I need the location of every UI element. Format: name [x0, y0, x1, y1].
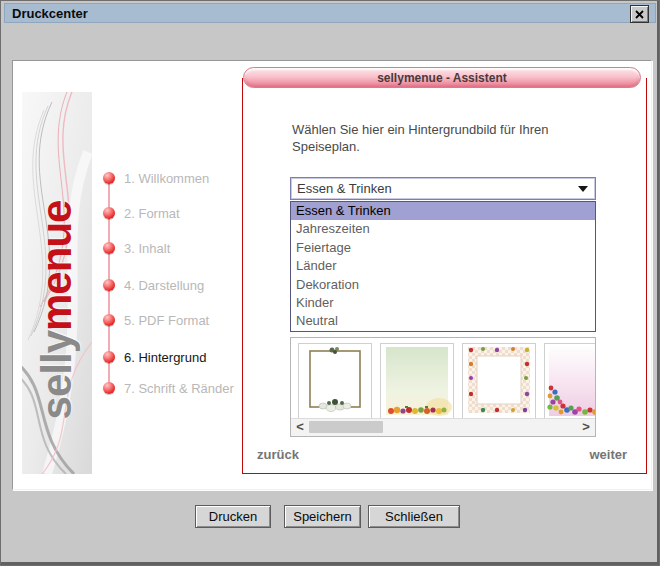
close-button[interactable]: [630, 5, 649, 23]
step-schrift-raender[interactable]: 7. Schrift & Ränder: [103, 380, 234, 396]
step-label: 3. Inhalt: [124, 241, 170, 256]
dropdown-option-jahreszeiten[interactable]: Jahreszeiten: [291, 220, 595, 238]
thumbnail-strip: [291, 338, 595, 425]
step-label: 7. Schrift & Ränder: [124, 381, 234, 396]
step-inhalt[interactable]: 3. Inhalt: [103, 240, 170, 256]
logo-text-red: menue: [33, 200, 80, 330]
logo-panel: sellymenue: [22, 92, 92, 474]
step-bullet-icon: [103, 279, 115, 291]
speichern-button[interactable]: Speichern: [284, 505, 361, 528]
dropdown-option-kinder[interactable]: Kinder: [291, 294, 595, 312]
close-icon: [635, 10, 644, 19]
thumbnail-strip-box: < >: [290, 337, 596, 437]
dropdown-option-neutral[interactable]: Neutral: [291, 312, 595, 330]
dropdown-selected-value: Essen & Trinken: [291, 181, 578, 196]
step-bullet-icon: [103, 314, 115, 326]
logo-text: sellymenue: [33, 200, 81, 419]
step-format[interactable]: 2. Format: [103, 205, 180, 221]
step-bullet-icon: [103, 242, 115, 254]
dropdown-option-feiertage[interactable]: Feiertage: [291, 239, 595, 257]
window-title: Druckcenter: [5, 6, 88, 21]
step-bullet-icon: [103, 172, 115, 184]
thumbnail-green-gradient-fruits[interactable]: [380, 343, 454, 419]
step-hintergrund[interactable]: 6. Hintergrund: [103, 349, 206, 365]
step-bullet-icon: [103, 351, 115, 363]
druckcenter-window: Druckcenter sellymenue - Assistent: [0, 0, 660, 566]
chevron-left-icon: <: [296, 419, 304, 434]
scroll-right-button[interactable]: >: [579, 419, 593, 435]
titlebar[interactable]: Druckcenter: [4, 3, 656, 23]
scroll-left-button[interactable]: <: [293, 419, 307, 435]
instruction-text: Wählen Sie hier ein Hintergrundbild für …: [292, 121, 592, 155]
step-label: 1. Willkommen: [124, 171, 209, 186]
step-bullet-icon: [103, 207, 115, 219]
drucken-button[interactable]: Drucken: [195, 505, 271, 528]
step-darstellung[interactable]: 4. Darstellung: [103, 277, 204, 293]
step-pdf-format[interactable]: 5. PDF Format: [103, 312, 209, 328]
dropdown-option-dekoration[interactable]: Dekoration: [291, 276, 595, 294]
schliessen-button[interactable]: Schließen: [368, 505, 460, 528]
step-label: 5. PDF Format: [124, 313, 209, 328]
instruction-line-1: Wählen Sie hier ein Hintergrundbild für …: [292, 121, 592, 138]
wizard-header-title: sellymenue - Assistent: [377, 71, 507, 85]
step-label: 2. Format: [124, 206, 180, 221]
dropdown-option-essen-trinken[interactable]: Essen & Trinken: [291, 202, 595, 220]
step-label: 6. Hintergrund: [124, 350, 206, 365]
back-link[interactable]: zurück: [257, 447, 299, 462]
step-bullet-icon: [103, 382, 115, 394]
dropdown-list: Essen & Trinken Jahreszeiten Feiertage L…: [290, 201, 596, 332]
category-dropdown[interactable]: Essen & Trinken: [290, 177, 596, 200]
chevron-right-icon: >: [582, 419, 590, 434]
thumbnail-pink-gradient-sweets[interactable]: [544, 343, 595, 419]
scrollbar-thumb[interactable]: [309, 421, 383, 433]
dropdown-option-laender[interactable]: Länder: [291, 257, 595, 275]
step-willkommen[interactable]: 1. Willkommen: [103, 170, 209, 186]
next-link[interactable]: weiter: [589, 447, 627, 462]
instruction-line-2: Speiseplan.: [292, 138, 592, 155]
logo-text-gray: selly: [33, 331, 80, 419]
wizard-header-pill: sellymenue - Assistent: [243, 67, 641, 88]
thumbnail-checkered-fruit-border[interactable]: [462, 343, 536, 419]
caret-down-icon[interactable]: [578, 186, 588, 192]
thumbnail-h-scrollbar[interactable]: < >: [291, 418, 595, 436]
step-label: 4. Darstellung: [124, 278, 204, 293]
thumbnail-olive-frame-vegetables[interactable]: [298, 343, 372, 419]
